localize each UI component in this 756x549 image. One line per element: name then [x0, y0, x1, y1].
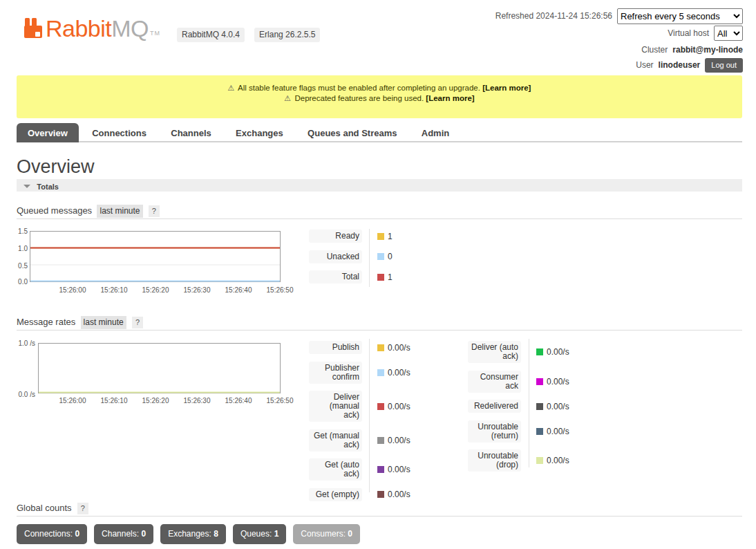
- count-value: 1: [274, 529, 279, 539]
- legend-label-consumer-ack: Consumer ack: [468, 371, 521, 393]
- tab-exchanges[interactable]: Exchanges: [225, 123, 294, 142]
- legend-label-total: Total: [309, 270, 362, 283]
- color-swatch-icon: [536, 457, 543, 464]
- legend-divider: [369, 229, 370, 287]
- page-title: Overview: [17, 157, 95, 176]
- color-swatch-icon: [377, 491, 384, 498]
- warning-triangle-icon: ⚠: [284, 94, 291, 103]
- rabbitmq-version-badge: RabbitMQ 4.0.4: [177, 28, 245, 42]
- refresh-interval-select[interactable]: Refresh every 5 seconds: [617, 8, 743, 24]
- legend-label-get-manual-ack: Get (manual ack): [309, 429, 362, 452]
- cluster-label: Cluster: [641, 45, 668, 55]
- color-swatch-icon: [377, 233, 384, 240]
- cluster-name: rabbit@my-linode: [672, 45, 743, 55]
- legend-value-deliver-auto-ack: 0.00/s: [536, 347, 569, 357]
- tab-queues-and-streams[interactable]: Queues and Streams: [296, 123, 408, 142]
- legend-number: 0.00/s: [388, 436, 410, 445]
- rates-x-tick: 15:26:30: [176, 397, 218, 404]
- queued-x-tick: 15:26:40: [218, 286, 259, 294]
- tab-connections[interactable]: Connections: [81, 123, 158, 142]
- legend-row: Redelivered 0.00/s: [468, 400, 569, 413]
- legend-number: 0.00/s: [388, 465, 410, 474]
- legend-row: Consumer ack 0.00/s: [468, 371, 569, 393]
- legend-number: 0.00/s: [547, 377, 569, 387]
- count-badge-channels[interactable]: Channels: 0: [94, 524, 153, 544]
- queued-x-tick: 15:26:00: [52, 286, 93, 294]
- queued-messages-help-icon[interactable]: ?: [149, 205, 160, 217]
- queued-messages-subheader: Queued messages last minute ?: [17, 205, 742, 219]
- count-badge-queues[interactable]: Queues: 1: [233, 524, 286, 544]
- tab-overview[interactable]: Overview: [17, 123, 79, 142]
- legend-row: Total 1: [309, 270, 393, 283]
- message-rates-chart[interactable]: [38, 343, 281, 394]
- queued-y-tick: 0.0: [14, 278, 28, 286]
- message-rates-help-icon[interactable]: ?: [132, 317, 143, 328]
- color-swatch-icon: [377, 403, 384, 410]
- chart-plot-frame: [30, 232, 281, 282]
- legend-row: Get (auto ack) 0.00/s: [309, 458, 410, 481]
- message-rates-period-badge[interactable]: last minute: [81, 316, 126, 329]
- logo-brand-first: Rabbit: [46, 15, 111, 41]
- color-swatch-icon: [377, 437, 384, 444]
- queued-x-tick: 15:26:30: [176, 286, 218, 294]
- legend-number: 0: [388, 252, 393, 261]
- legend-value-get-empty: 0.00/s: [377, 490, 410, 499]
- count-badge-connections[interactable]: Connections: 0: [17, 524, 87, 544]
- legend-number: 0.00/s: [547, 402, 569, 411]
- erlang-version-badge: Erlang 26.2.5.5: [254, 28, 320, 42]
- legend-label-unroutable-return: Unroutable (return): [468, 420, 521, 443]
- message-rates-legend-left: Publish 0.00/s Publisher confirm 0.00/s …: [309, 341, 410, 508]
- queued-messages-period-badge[interactable]: last minute: [97, 205, 142, 218]
- tab-admin[interactable]: Admin: [410, 123, 460, 142]
- count-label: Exchanges:: [168, 529, 211, 539]
- legend-row: Ready 1: [309, 230, 393, 243]
- count-value: 0: [75, 529, 79, 539]
- global-counts-help-icon[interactable]: ?: [77, 503, 88, 514]
- count-badge-exchanges[interactable]: Exchanges: 8: [160, 524, 226, 544]
- legend-number: 0.00/s: [547, 347, 569, 357]
- rates-x-tick: 15:26:00: [52, 397, 93, 404]
- queued-messages-title: Queued messages: [17, 205, 92, 216]
- learn-more-link[interactable]: [Learn more]: [482, 84, 531, 92]
- legend-label-get-empty: Get (empty): [309, 488, 362, 501]
- learn-more-link[interactable]: [Learn more]: [426, 94, 474, 102]
- count-value: 8: [214, 529, 218, 539]
- legend-value-consumer-ack: 0.00/s: [536, 377, 569, 387]
- legend-label-deliver-auto-ack: Deliver (auto ack): [468, 341, 521, 363]
- color-swatch-icon: [536, 428, 543, 435]
- color-swatch-icon: [377, 253, 384, 260]
- header-controls: Refreshed 2024-11-24 15:26:56 Refresh ev…: [356, 8, 743, 73]
- warning-line: ⚠ All stable feature flags must be enabl…: [17, 83, 742, 93]
- legend-row: Deliver (auto ack) 0.00/s: [468, 341, 569, 363]
- totals-section-header[interactable]: Totals: [17, 179, 742, 192]
- queued-messages-chart[interactable]: [30, 231, 281, 282]
- virtual-host-select[interactable]: All: [714, 26, 743, 41]
- main-tabs: Overview Connections Channels Exchanges …: [17, 123, 742, 142]
- log-out-button[interactable]: Log out: [705, 58, 743, 73]
- color-swatch-icon: [377, 344, 384, 351]
- legend-value-get-manual-ack: 0.00/s: [377, 436, 410, 445]
- legend-number: 0.00/s: [388, 343, 410, 353]
- legend-value-redelivered: 0.00/s: [536, 402, 569, 411]
- triangle-down-icon: [23, 185, 30, 188]
- trademark-label: TM: [150, 30, 160, 37]
- legend-row: Publisher confirm 0.00/s: [309, 362, 410, 384]
- legend-label-unroutable-drop: Unroutable (drop): [468, 449, 521, 472]
- version-badges: RabbitMQ 4.0.4 Erlang 26.2.5.5: [177, 28, 320, 42]
- warning-text: Deprecated features are being used.: [294, 94, 424, 102]
- rabbit-logo-icon: [24, 18, 43, 38]
- global-counts-badges: Connections: 0 Channels: 0 Exchanges: 8 …: [17, 524, 360, 544]
- count-value: 0: [348, 529, 352, 539]
- queued-messages-legend: Ready 1 Unacked 0 Total 1: [309, 230, 393, 291]
- legend-label-redelivered: Redelivered: [468, 400, 521, 413]
- tab-channels[interactable]: Channels: [160, 123, 223, 142]
- legend-row: Publish 0.00/s: [309, 341, 410, 354]
- count-value: 0: [141, 529, 146, 539]
- rabbitmq-logo[interactable]: RabbitMQ TM: [24, 17, 160, 40]
- legend-value-unroutable-drop: 0.00/s: [536, 456, 569, 465]
- legend-row: Deliver (manual ack) 0.00/s: [309, 391, 410, 422]
- warning-triangle-icon: ⚠: [228, 84, 235, 93]
- legend-value-total: 1: [377, 272, 393, 282]
- virtual-host-label: Virtual host: [668, 28, 709, 38]
- rabbitmq-management-page: RabbitMQ TM RabbitMQ 4.0.4 Erlang 26.2.5…: [0, 0, 756, 549]
